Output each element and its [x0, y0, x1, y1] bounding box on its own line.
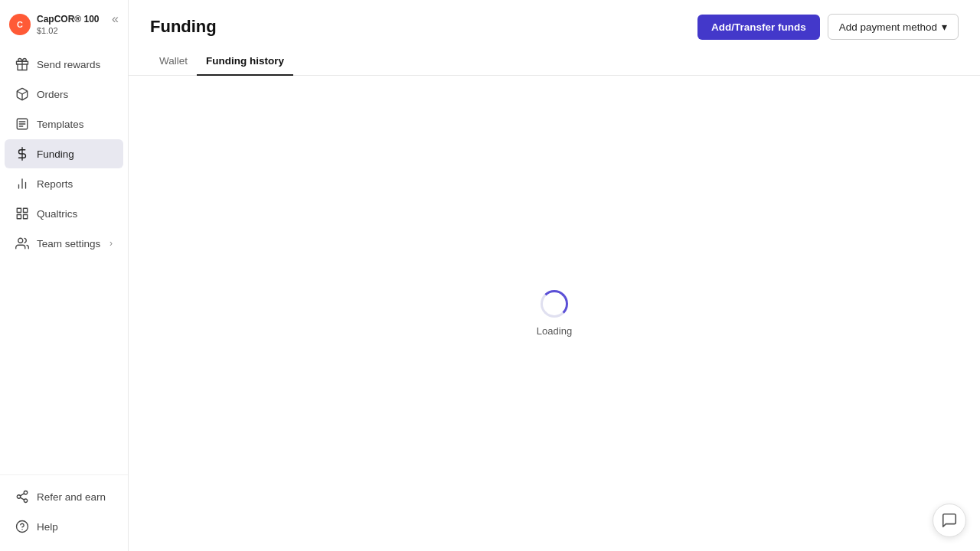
file-icon — [15, 117, 29, 131]
tab-funding-history[interactable]: Funding history — [197, 47, 293, 76]
sidebar-item-help[interactable]: Help — [5, 512, 123, 541]
main-content: Funding Add/Transfer funds Add payment m… — [129, 0, 980, 551]
svg-line-19 — [20, 497, 24, 500]
sidebar-item-label: Help — [37, 521, 58, 533]
loading-spinner: Loading — [537, 290, 572, 337]
users-icon — [15, 236, 29, 250]
sidebar-item-label: Reports — [37, 178, 73, 190]
svg-rect-12 — [24, 208, 28, 212]
loading-text: Loading — [537, 325, 572, 337]
sidebar-item-funding[interactable]: Funding — [5, 139, 123, 168]
sidebar-item-label: Qualtrics — [37, 208, 77, 220]
user-profile[interactable]: C CapCOR® 100 $1.02 — [0, 3, 128, 46]
sidebar-nav: Send rewards Orders — [0, 46, 128, 474]
svg-rect-13 — [17, 215, 21, 219]
sidebar-item-label: Templates — [37, 119, 84, 130]
add-payment-method-button[interactable]: Add payment method ▾ — [828, 14, 959, 40]
add-payment-method-label: Add payment method — [839, 21, 937, 33]
sidebar-item-send-rewards[interactable]: Send rewards — [5, 50, 123, 79]
svg-rect-11 — [17, 208, 21, 212]
chevron-right-icon: › — [109, 238, 113, 249]
sidebar-item-label: Refer and earn — [37, 491, 106, 503]
svg-point-15 — [18, 238, 23, 243]
chat-button[interactable] — [933, 504, 966, 537]
sidebar-item-label: Send rewards — [37, 59, 100, 70]
sidebar-item-qualtrics[interactable]: Qualtrics — [5, 199, 123, 228]
tab-wallet[interactable]: Wallet — [150, 47, 197, 76]
avatar: C — [9, 14, 31, 35]
sidebar-item-team-settings[interactable]: Team settings › — [5, 229, 123, 258]
bar-chart-icon — [15, 177, 29, 191]
add-transfer-funds-button[interactable]: Add/Transfer funds — [697, 15, 820, 40]
user-balance: $1.02 — [37, 26, 100, 35]
gift-icon — [15, 57, 29, 71]
content-area: Loading — [129, 76, 980, 552]
page-title: Funding — [150, 17, 217, 37]
question-icon — [15, 520, 29, 533]
grid-icon — [15, 207, 29, 220]
sidebar-bottom: Refer and earn Help — [0, 474, 128, 551]
box-icon — [15, 87, 29, 101]
user-info: CapCOR® 100 $1.02 — [37, 14, 100, 35]
sidebar-item-label: Team settings — [37, 238, 100, 249]
sidebar-item-orders[interactable]: Orders — [5, 80, 123, 109]
sidebar-item-refer-and-earn[interactable]: Refer and earn — [5, 482, 123, 511]
sidebar-item-label: Orders — [37, 89, 68, 100]
collapse-button[interactable]: « — [112, 12, 119, 26]
top-actions: Add/Transfer funds Add payment method ▾ — [697, 14, 959, 40]
user-name: CapCOR® 100 — [37, 14, 100, 26]
dropdown-arrow-icon: ▾ — [942, 21, 947, 33]
chat-icon — [941, 512, 958, 529]
svg-line-20 — [20, 494, 24, 496]
dollar-icon — [15, 147, 29, 161]
sidebar-item-label: Funding — [37, 148, 74, 160]
sidebar-item-reports[interactable]: Reports — [5, 169, 123, 198]
share-icon — [15, 490, 29, 504]
sidebar: « C CapCOR® 100 $1.02 Send rewards — [0, 0, 129, 551]
spinner-animation — [541, 290, 568, 318]
svg-point-21 — [17, 521, 28, 533]
top-bar: Funding Add/Transfer funds Add payment m… — [129, 0, 980, 47]
tabs: Wallet Funding history — [129, 47, 980, 76]
svg-rect-14 — [24, 215, 28, 219]
sidebar-item-templates[interactable]: Templates — [5, 109, 123, 139]
